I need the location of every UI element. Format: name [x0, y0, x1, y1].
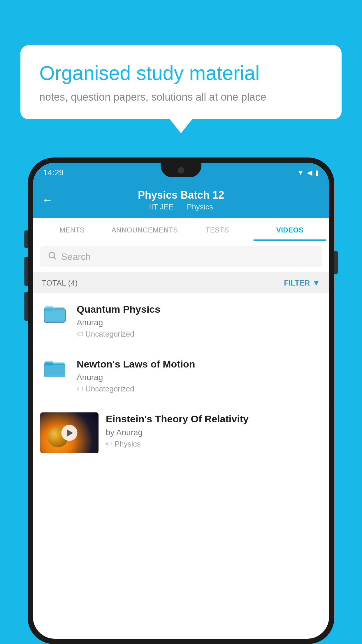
header-center: Physics Batch 12 IIT JEE Physics	[138, 189, 224, 211]
phone-inner: 14:29 ▼ ◀ ▮ ← Physics Batch 12 IIT JEE P…	[33, 163, 329, 639]
status-icons: ▼ ◀ ▮	[297, 169, 319, 177]
video-title: Newton's Laws of Motion	[77, 358, 322, 370]
video-title: Quantum Physics	[77, 303, 322, 316]
phone-container: 14:29 ▼ ◀ ▮ ← Physics Batch 12 IIT JEE P…	[28, 158, 334, 644]
tag-icon: 🏷	[77, 330, 83, 338]
filter-button[interactable]: FILTER ▼	[284, 278, 320, 288]
tag-label: Physics	[115, 440, 141, 449]
play-triangle	[67, 429, 73, 436]
list-item[interactable]: Newton's Laws of Motion Anurag 🏷 Uncateg…	[33, 348, 329, 403]
phone-outer: 14:29 ▼ ◀ ▮ ← Physics Batch 12 IIT JEE P…	[28, 158, 334, 644]
svg-rect-7	[45, 306, 53, 309]
battery-icon: ▮	[315, 169, 319, 177]
list-item[interactable]: Einstein's Theory Of Relativity by Anura…	[33, 403, 329, 463]
wifi-icon: ▼	[297, 169, 304, 177]
header-subtitle: IIT JEE Physics	[138, 202, 224, 211]
play-button-icon[interactable]	[61, 425, 78, 441]
tab-tests[interactable]: TESTS	[181, 218, 254, 241]
video-author: Anurag	[77, 318, 322, 327]
tabs-bar: MENTS ANNOUNCEMENTS TESTS VIDEOS	[33, 218, 329, 241]
tag-label: Uncategorized	[85, 384, 134, 393]
video-author: Anurag	[77, 373, 322, 382]
speech-bubble-container: Organised study material notes, question…	[20, 45, 342, 119]
silent-button	[24, 292, 28, 321]
svg-rect-12	[44, 365, 64, 377]
folder-thumbnail	[40, 303, 69, 323]
tab-videos[interactable]: VIDEOS	[254, 218, 326, 241]
search-icon	[48, 251, 57, 262]
header-subtitle-physics: Physics	[187, 202, 213, 211]
search-container: Search	[33, 241, 329, 272]
video-author: by Anurag	[106, 428, 322, 437]
header-subtitle-iit: IIT JEE	[149, 202, 174, 211]
video-info: Quantum Physics Anurag 🏷 Uncategorized	[77, 303, 322, 339]
svg-point-0	[49, 252, 55, 258]
filter-bar: TOTAL (4) FILTER ▼	[33, 272, 329, 293]
tab-ments[interactable]: MENTS	[36, 218, 108, 241]
speech-bubble-subtitle: notes, question papers, solutions all at…	[39, 91, 323, 103]
speech-bubble: Organised study material notes, question…	[20, 45, 342, 119]
volume-down-button	[24, 257, 28, 286]
tab-announcements[interactable]: ANNOUNCEMENTS	[108, 218, 181, 241]
video-list: Quantum Physics Anurag 🏷 Uncategorized	[33, 293, 329, 463]
tag-icon: 🏷	[77, 385, 83, 393]
search-placeholder: Search	[61, 251, 91, 262]
header-title: Physics Batch 12	[138, 189, 224, 201]
back-button[interactable]: ←	[42, 194, 53, 206]
notch	[161, 163, 201, 177]
status-bar: 14:29 ▼ ◀ ▮	[33, 163, 329, 183]
signal-icon: ◀	[307, 169, 312, 177]
video-tag: 🏷 Physics	[106, 440, 322, 449]
filter-label: FILTER	[284, 279, 310, 288]
filter-icon: ▼	[312, 278, 320, 288]
app-header: ← Physics Batch 12 IIT JEE Physics	[33, 183, 329, 218]
video-title: Einstein's Theory Of Relativity	[106, 412, 322, 425]
video-info: Einstein's Theory Of Relativity by Anura…	[106, 412, 322, 448]
search-input-wrap[interactable]: Search	[40, 246, 322, 267]
folder-thumbnail	[40, 358, 69, 378]
tag-label: Uncategorized	[85, 330, 134, 339]
svg-line-1	[54, 257, 56, 259]
camera-icon	[178, 167, 184, 174]
total-count: TOTAL (4)	[42, 279, 78, 288]
volume-up-button	[24, 230, 28, 248]
video-thumbnail	[40, 412, 99, 453]
video-tag: 🏷 Uncategorized	[77, 330, 322, 339]
video-info: Newton's Laws of Motion Anurag 🏷 Uncateg…	[77, 358, 322, 393]
tag-icon: 🏷	[106, 440, 112, 448]
power-button	[334, 251, 338, 274]
list-item[interactable]: Quantum Physics Anurag 🏷 Uncategorized	[33, 293, 329, 348]
video-tag: 🏷 Uncategorized	[77, 384, 322, 393]
status-time: 14:29	[43, 168, 64, 177]
speech-bubble-title: Organised study material	[39, 61, 323, 85]
